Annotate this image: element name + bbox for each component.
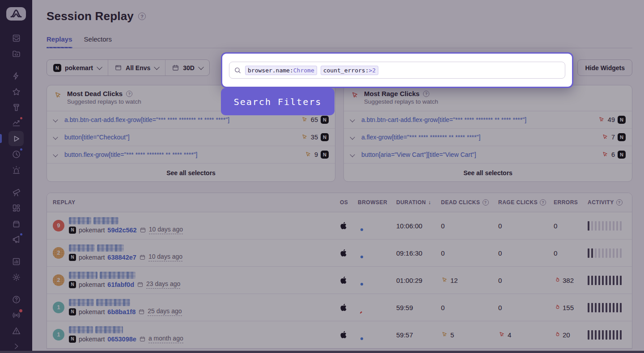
search-filters-spotlight: browser.name:Chrome count_errors:>2	[221, 52, 573, 88]
filter-value: Chrome	[293, 67, 314, 74]
filter-key: count_errors:	[323, 67, 369, 74]
search-input[interactable]: browser.name:Chrome count_errors:>2	[229, 62, 565, 79]
filter-chip-browser[interactable]: browser.name:Chrome	[245, 66, 317, 75]
search-icon	[234, 67, 242, 74]
filter-value: >2	[369, 67, 376, 74]
filter-key: browser.name:	[248, 67, 293, 74]
search-filters-tooltip: Search Filters	[221, 88, 335, 115]
filter-chip-count-errors[interactable]: count_errors:>2	[321, 66, 378, 75]
